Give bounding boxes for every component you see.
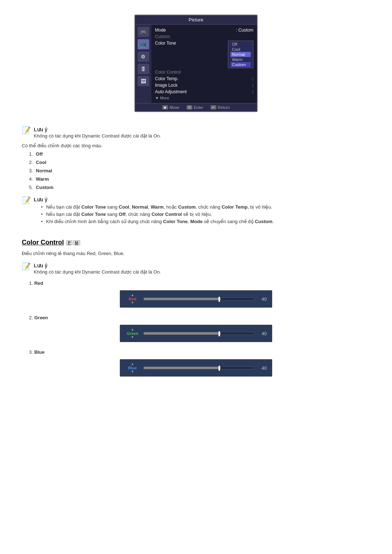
slider-green-thumb [219, 331, 220, 336]
slider-red-num: 1. [29, 280, 33, 286]
badge-m: M [73, 240, 80, 245]
slider-red-thumb [219, 297, 220, 302]
slider-blue-up: ▲ [131, 362, 134, 366]
dropdown-warm: Warm [230, 57, 251, 62]
slider-red-box: ▲ Red ▼ 40 [120, 290, 272, 308]
slider-red-label: 1. Red [29, 280, 370, 286]
slider-blue-label-box: ▲ Blue ▼ [125, 362, 140, 373]
menu-row-custom: Custom [155, 33, 253, 40]
note-3-text: Không có tác dụng khi Dynamic Contrast đ… [34, 269, 161, 275]
slider-blue-box: ▲ Blue ▼ 40 [120, 359, 272, 377]
list-label-3: Normal [36, 168, 52, 173]
slider-blue-container: ▲ Blue ▼ 40 [22, 359, 370, 377]
slider-blue-down: ▼ [131, 370, 134, 373]
slider-blue-fill [144, 367, 221, 369]
menu-value-image-lock: : [252, 83, 253, 88]
note-1-text: Không có tác dụng khi Dynamic Contrast đ… [34, 133, 161, 139]
menu-label-color-temp: Color Temp. [155, 76, 178, 81]
slider-green-value: 40 [258, 331, 267, 336]
menu-value-color-temp: : [252, 76, 253, 81]
note-3-title: Lưu ý [34, 263, 161, 268]
slider-green-down: ▼ [131, 336, 134, 339]
note-icon-2: 📝 [22, 196, 31, 205]
note2-bullet-3: Khi điều chỉnh hình ảnh bằng cách sử dụn… [41, 219, 274, 224]
menu-label-image-lock: Image Lock [155, 83, 177, 88]
menu-label-color-tone: Color Tone [155, 41, 176, 46]
menu-icons: 🎮 📺 ⚙ 🎛 🖼 [135, 25, 151, 103]
note-icon-1: 📝 [22, 126, 31, 135]
dropdown-cool: Cool [230, 47, 251, 52]
slider-red-label-box: ▲ Red ▼ [125, 294, 140, 304]
footer-return: ↩ Return [211, 105, 230, 110]
menu-icon-4: 🖼 [138, 76, 149, 86]
section1-list: 1.Off 2.Cool 3.Normal 4.Warm 5.Custom [29, 151, 370, 190]
list-num-5: 5. [29, 185, 33, 190]
menu-icon-1: 📺 [138, 39, 149, 49]
menu-items: Mode : Custom Custom Color Tone Off Cool… [151, 25, 257, 103]
slider-green-box: ▲ Green ▼ 40 [120, 325, 272, 342]
slider-red-container: ▲ Red ▼ 40 [22, 290, 370, 308]
dropdown-custom: Custom [230, 62, 251, 67]
menu-label-mode: Mode [155, 28, 166, 33]
dropdown-off: Off [230, 42, 251, 47]
badge-p: P [66, 240, 72, 245]
footer-move-label: Move [170, 105, 179, 110]
slider-green-up: ▲ [131, 328, 134, 331]
menu-title: Picture [135, 15, 257, 25]
note-2-bullets: Nếu bạn cài đặt Color Tone sang Cool, No… [41, 204, 274, 224]
menu-icon-2: ⚙ [138, 52, 149, 62]
note2-bullet-1: Nếu bạn cài đặt Color Tone sang Cool, No… [41, 204, 274, 210]
color-control-desc: Điều chỉnh riêng lẻ thang màu Red, Green… [22, 251, 370, 256]
slider-green-fill [144, 332, 221, 335]
slider-green-label-box: ▲ Green ▼ [125, 328, 140, 339]
list-label-4: Warm [36, 176, 49, 182]
note-1-title: Lưu ý [34, 127, 161, 132]
footer-return-label: Return [218, 105, 230, 110]
slider-blue-thumb [219, 366, 220, 371]
list-num-4: 4. [29, 176, 33, 182]
footer-move: ◆ Move [162, 105, 179, 110]
menu-label-color-control: Color Control [155, 70, 181, 75]
dropdown-normal: Normal [230, 52, 251, 57]
list-item-4: 4.Warm [29, 176, 370, 182]
sliders-section: 1. Red ▲ Red ▼ 40 2. Green ▲ Green ▼ [22, 280, 370, 377]
list-label-5: Custom [36, 185, 53, 190]
slider-green-track [143, 332, 254, 335]
slider-blue-label: 3. Blue [29, 349, 370, 355]
slider-red-fill [144, 298, 221, 300]
slider-green-num: 2. [29, 315, 33, 320]
menu-label-auto-adjustment: Auto Adjustment [155, 89, 187, 94]
list-item-3: 3.Normal [29, 168, 370, 173]
color-tone-dropdown: Off Cool Normal Warm Custom [228, 41, 253, 68]
tv-menu-screenshot: Picture 🎮 📺 ⚙ 🎛 🖼 Mode : Custom Custom C… [22, 15, 370, 112]
list-label-2: Cool [36, 160, 46, 165]
enter-icon: ⊡ [187, 105, 192, 110]
menu-footer: ◆ Move ⊡ Enter ↩ Return [135, 103, 257, 111]
footer-enter-label: Enter [194, 105, 203, 110]
footer-enter: ⊡ Enter [187, 105, 203, 110]
slider-green-container: ▲ Green ▼ 40 [22, 325, 370, 342]
note-3: 📝 Lưu ý Không có tác dụng khi Dynamic Co… [22, 263, 370, 275]
slider-red-down: ▼ [131, 301, 134, 304]
list-num-1: 1. [29, 151, 33, 157]
menu-value-mode: : Custom [236, 28, 253, 33]
menu-row-image-lock: Image Lock : [155, 82, 253, 89]
note-2: 📝 Lưu ý Nếu bạn cài đặt Color Tone sang … [22, 197, 370, 228]
note-2-title: Lưu ý [34, 197, 274, 202]
note-icon-3: 📝 [22, 262, 31, 271]
slider-blue-value: 40 [258, 365, 267, 371]
menu-icon-3: 🎛 [138, 64, 149, 74]
note-1: 📝 Lưu ý Không có tác dụng khi Dynamic Co… [22, 127, 370, 139]
menu-value-auto-adjustment: : [252, 89, 253, 94]
menu-row-color-temp: Color Temp. : [155, 75, 253, 82]
color-control-badges: P M [66, 240, 80, 245]
note2-bullet-2: Nếu bạn cài đặt Color Tone sang Off, chứ… [41, 212, 274, 217]
slider-blue-track [143, 366, 254, 369]
menu-row-auto-adjustment: Auto Adjustment : [155, 89, 253, 95]
menu-more: ▼ More [155, 95, 253, 101]
tv-menu: Picture 🎮 📺 ⚙ 🎛 🖼 Mode : Custom Custom C… [134, 15, 258, 112]
menu-row-color-control: Color Control [155, 69, 253, 75]
slider-blue-num: 3. [29, 349, 33, 355]
slider-red-track [143, 297, 254, 300]
list-num-2: 2. [29, 160, 33, 165]
